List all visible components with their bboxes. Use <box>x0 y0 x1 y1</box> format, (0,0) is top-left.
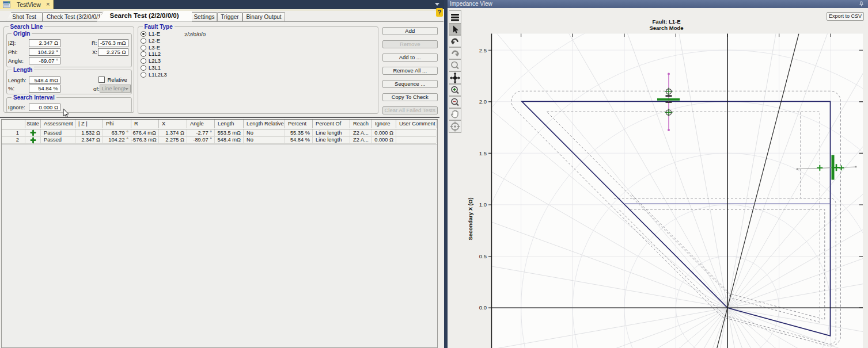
svg-text:Fault: L1-E: Fault: L1-E <box>652 18 680 25</box>
svg-text:0.5: 0.5 <box>479 253 487 259</box>
svg-text:Search Mode: Search Mode <box>649 25 683 31</box>
svg-text:2.0: 2.0 <box>479 98 487 105</box>
svg-text:1.0: 1.0 <box>479 201 487 208</box>
svg-text:2.5: 2.5 <box>479 47 487 53</box>
svg-text:1.5: 1.5 <box>479 150 487 156</box>
svg-text:0.0: 0.0 <box>479 304 487 311</box>
svg-text:Secondary X (Ω): Secondary X (Ω) <box>467 197 473 240</box>
